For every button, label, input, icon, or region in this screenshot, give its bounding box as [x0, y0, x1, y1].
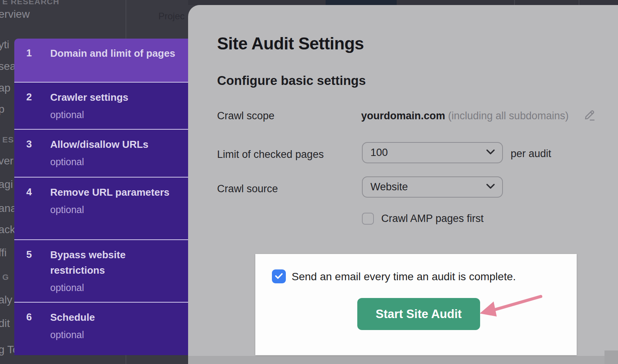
- wizard-step-allow-disallow-urls[interactable]: 3 Allow/disallow URLs optional: [14, 129, 188, 177]
- crawl-source-value: Website: [370, 181, 408, 193]
- tab-divider: [579, 0, 579, 5]
- section-heading: Configure basic settings: [217, 73, 366, 88]
- wizard-step-crawler-settings[interactable]: 2 Crawler settings optional: [14, 82, 188, 129]
- sidebar-item-partial: erview: [0, 8, 30, 20]
- step-number: 3: [26, 137, 50, 177]
- chevron-down-icon: [486, 149, 495, 156]
- action-panel: Send an email every time an audit is com…: [255, 254, 577, 355]
- tab-divider: [514, 0, 515, 5]
- wizard-step-bypass-website-restrictions[interactable]: 5 Bypass website restrictions optional: [14, 239, 188, 302]
- edit-pencil-icon: [583, 117, 596, 123]
- wizard-step-remove-url-parameters[interactable]: 4 Remove URL parameters optional: [14, 177, 188, 239]
- step-note: optional: [50, 155, 177, 168]
- step-number: 2: [26, 90, 50, 129]
- limit-select-value: 100: [370, 147, 388, 159]
- step-note: optional: [50, 203, 177, 216]
- crawl-scope-label: Crawl scope: [217, 110, 275, 122]
- sidebar-item-partial: p: [0, 103, 5, 115]
- step-number: 6: [26, 310, 50, 355]
- limit-select[interactable]: 100: [362, 142, 503, 163]
- step-title: Domain and limit of pages: [50, 47, 175, 59]
- sidebar-item-partial: ffi: [0, 247, 7, 259]
- step-title: Remove URL parameters: [50, 186, 170, 198]
- step-number: 1: [26, 46, 50, 82]
- modal-corner-shade: [604, 350, 618, 364]
- top-tabs-strip: [188, 0, 618, 5]
- sidebar-item-partial: ap: [0, 82, 10, 94]
- top-tab-active: [326, 0, 397, 5]
- crawl-scope-value: yourdomain.com (including all subdomains…: [361, 110, 569, 122]
- sidebar-item-partial: sea: [0, 60, 16, 73]
- wizard-step-schedule[interactable]: 6 Schedule optional: [14, 302, 188, 355]
- step-title: Bypass website restrictions: [50, 249, 126, 276]
- sidebar-item-partial: aly: [0, 294, 12, 306]
- email-checkbox-label: Send an email every time an audit is com…: [292, 271, 516, 283]
- site-audit-settings-modal: Site Audit Settings Configure basic sett…: [188, 5, 618, 364]
- step-title: Schedule: [50, 312, 95, 323]
- start-site-audit-button[interactable]: Start Site Audit: [357, 298, 480, 330]
- wizard-step-domain-and-limit[interactable]: 1 Domain and limit of pages: [14, 39, 188, 82]
- crawl-scope-domain: yourdomain.com: [361, 110, 445, 122]
- sidebar-item-partial: ack: [0, 223, 15, 236]
- sidebar-item-partial: dit: [0, 317, 10, 330]
- sidebar-section-label: G: [2, 273, 9, 282]
- step-number: 5: [26, 247, 50, 302]
- page-title: Site Audit Settings: [217, 34, 364, 53]
- limit-suffix: per audit: [511, 148, 551, 160]
- checkmark-icon: [275, 273, 283, 281]
- amp-checkbox-label: Crawl AMP pages first: [381, 213, 484, 225]
- edit-crawl-scope-button[interactable]: [583, 108, 596, 122]
- sidebar-item-partial: ver: [0, 155, 14, 167]
- step-title: Allow/disallow URLs: [50, 139, 148, 150]
- sidebar-item-partial: yti: [0, 39, 9, 51]
- amp-checkbox[interactable]: [362, 213, 374, 225]
- step-note: optional: [50, 328, 177, 341]
- sidebar-section-label: E RESEARCH: [2, 0, 59, 6]
- crawl-source-label: Crawl source: [217, 183, 278, 195]
- modal-bottom-strip: [188, 356, 618, 364]
- projects-tab-partial: Projec: [158, 11, 185, 22]
- crawl-source-select[interactable]: Website: [362, 176, 503, 198]
- step-note: optional: [50, 108, 177, 121]
- chevron-down-icon: [486, 183, 495, 191]
- limit-label: Limit of checked pages: [217, 149, 324, 161]
- step-title: Crawler settings: [50, 91, 128, 103]
- wizard-steps-panel: 1 Domain and limit of pages 2 Crawler se…: [14, 39, 188, 355]
- crawl-scope-note: (including all subdomains): [445, 110, 569, 122]
- sidebar-item-partial: agi: [0, 178, 13, 191]
- step-note: optional: [50, 281, 177, 294]
- email-checkbox[interactable]: [272, 269, 286, 283]
- step-number: 4: [26, 185, 50, 239]
